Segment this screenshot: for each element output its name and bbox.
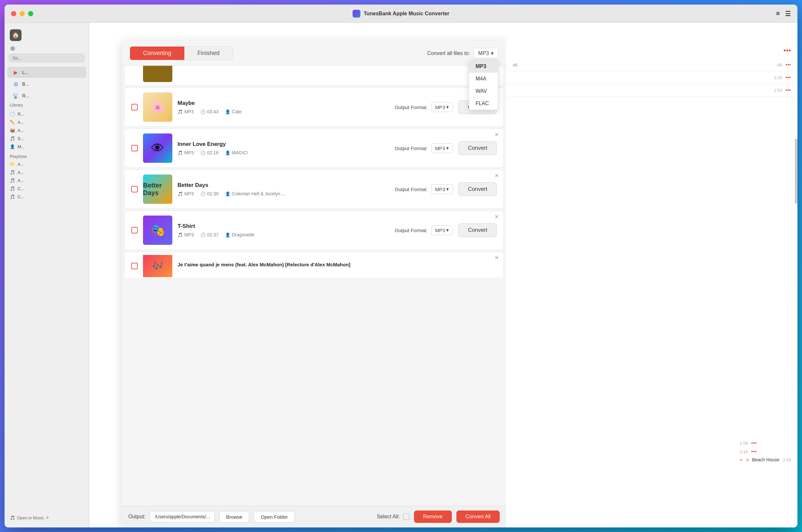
maximize-button[interactable] <box>28 11 33 16</box>
sidebar-playlist-1[interactable]: 📁 A... <box>4 160 89 168</box>
menu-icon[interactable]: ☰ <box>785 10 791 18</box>
inner-love-format-select[interactable]: MP3 ▾ <box>431 143 453 153</box>
inner-love-thumbnail: 👁 <box>143 133 172 163</box>
sidebar-item-artworks[interactable]: 📦 A... <box>4 126 89 134</box>
open-in-music[interactable]: 🎵 Open in Music ↗ <box>4 512 89 524</box>
sidebar-item-recent[interactable]: 🕐 R... <box>4 110 89 118</box>
playlist-5-icon: 🎵 <box>10 194 15 199</box>
sidebar-item-label: R... <box>22 93 29 98</box>
better-days-checkbox[interactable] <box>131 186 138 192</box>
song-row-tshirt: ✕ 🎭 T-Shirt 🎵 MP3 <box>125 211 504 250</box>
library-section-label: Library <box>4 101 89 109</box>
convert-all-button[interactable]: Convert All <box>456 511 500 523</box>
clock-icon: 🕐 <box>200 109 206 114</box>
sidebar-playlist-2[interactable]: 🎵 A... <box>4 168 89 176</box>
traffic-lights <box>11 11 33 16</box>
clock-icon-2: 🕐 <box>200 150 206 155</box>
tshirt-meta: 🎵 MP3 🕐 02:37 👤 Drago <box>178 232 390 238</box>
song-list: 🌸 Maybe 🎵 MP3 🕐 <box>122 66 506 506</box>
better-days-convert-button[interactable]: Convert <box>458 182 497 196</box>
maybe-output-format: Output Format: MP3 ▾ <box>395 102 453 112</box>
scrollbar-thumb[interactable] <box>795 139 798 204</box>
remove-button[interactable]: Remove <box>414 511 452 523</box>
song-row-partial-top <box>125 66 504 86</box>
better-days-close-button[interactable]: ✕ <box>495 173 499 178</box>
sidebar-playlist-4[interactable]: 🎵 C... <box>4 185 89 193</box>
maybe-info: Maybe 🎵 MP3 🕐 03:43 <box>178 100 390 114</box>
output-label: Output: <box>128 514 145 520</box>
row-time-1: :48 <box>776 62 782 68</box>
browse-button[interactable]: Browse <box>219 511 249 522</box>
close-button[interactable] <box>11 11 16 16</box>
sidebar-playlist-3[interactable]: 🎵 A... <box>4 176 89 185</box>
tshirt-close-button[interactable]: ✕ <box>495 214 499 220</box>
sidebar-item-radio[interactable]: 📡 R... <box>7 90 86 101</box>
row-dots-3[interactable]: ••• <box>785 87 791 93</box>
better-days-meta: 🎵 MP3 🕐 02:30 👤 Colem <box>178 191 390 196</box>
library-row-1: 48 :48 ••• <box>506 59 798 71</box>
format-option-wav[interactable]: WAV <box>469 85 498 97</box>
song-row-maybe: 🌸 Maybe 🎵 MP3 🕐 <box>125 88 504 127</box>
songs-icon: 🎵 <box>10 136 15 141</box>
playlist-4-icon: 🎵 <box>10 186 15 191</box>
tshirt-checkbox[interactable] <box>131 227 138 233</box>
format-option-m4a[interactable]: M4A <box>469 73 498 85</box>
maybe-checkbox[interactable] <box>131 104 138 110</box>
format-option-flac[interactable]: FLAC <box>469 97 498 110</box>
row-dots-2[interactable]: ••• <box>785 75 791 80</box>
tshirt-output-format: Output Format: MP3 ▾ <box>395 225 453 235</box>
sidebar-item-recently-added[interactable]: ▶ L... <box>7 67 86 78</box>
sidebar-item-made-for-you[interactable]: 👤 M... <box>4 142 89 151</box>
partial-close-button[interactable]: ✕ <box>495 255 499 261</box>
convert-all-format: Convert all files to: MP3 ▾ MP3 M4A WAV … <box>427 48 498 59</box>
more-options-icon[interactable]: ••• <box>783 46 791 55</box>
open-folder-button[interactable]: Open Folder <box>254 511 295 522</box>
row-time-3: 2:53 <box>774 88 782 93</box>
bottom-dots-1[interactable]: ••• <box>751 440 757 446</box>
minimize-button[interactable] <box>20 11 25 16</box>
inner-love-close-button[interactable]: ✕ <box>495 132 499 137</box>
window-title: TunesBank Apple Music Converter <box>363 11 449 17</box>
library-background: ••• 48 :48 ••• 2:29 ••• <box>506 41 798 528</box>
bottom-dots-2[interactable]: ••• <box>751 449 757 455</box>
home-icon[interactable]: 🏠 <box>10 29 21 41</box>
maybe-format: 🎵 MP3 <box>178 109 194 114</box>
made-for-you-icon: 👤 <box>10 144 15 149</box>
format-option-mp3[interactable]: MP3 <box>469 60 498 73</box>
dropdown-chevron-icon: ▾ <box>491 50 493 56</box>
sidebar-playlist-5[interactable]: 🎵 C... <box>4 193 89 201</box>
music-icon-4: 🎵 <box>178 232 183 238</box>
row-dots-1[interactable]: ••• <box>785 62 791 68</box>
sidebar-item-albums[interactable]: ✏️ A... <box>4 118 89 126</box>
playlist-icon[interactable]: ≡ <box>776 10 780 18</box>
person-icon-4: 👤 <box>225 232 230 238</box>
tshirt-format-select[interactable]: MP3 ▾ <box>431 225 453 235</box>
song-row-inner-love: ✕ 👁 Inner Love Energy 🎵 MP3 <box>125 129 504 168</box>
output-format-label-2: Output Format: <box>395 146 428 151</box>
inner-love-convert-button[interactable]: Convert <box>458 141 497 155</box>
converter-panel: Converting Finished Convert all files to… <box>122 41 506 528</box>
better-days-format-select[interactable]: MP3 ▾ <box>431 184 453 194</box>
inner-love-output-format: Output Format: MP3 ▾ <box>395 143 453 153</box>
maybe-format-select[interactable]: MP3 ▾ <box>431 102 453 112</box>
inner-love-checkbox[interactable] <box>131 145 138 151</box>
song-row-partial-bottom: ✕ 🎶 Je t'aime quand je mens (feat. Alex … <box>125 252 504 278</box>
sidebar-item-songs-sub[interactable]: 🎵 S... <box>4 134 89 142</box>
person-icon: 👤 <box>225 109 230 114</box>
sidebar-item-browse[interactable]: ⊞ B... <box>7 78 86 90</box>
format-chevron-icon-4: ▾ <box>446 227 449 233</box>
tshirt-convert-button[interactable]: Convert <box>458 223 497 237</box>
format-select-button[interactable]: MP3 ▾ MP3 M4A WAV FLAC <box>473 48 498 59</box>
converting-tab[interactable]: Converting <box>130 46 184 60</box>
partial-checkbox[interactable] <box>131 263 138 269</box>
select-all-checkbox[interactable] <box>403 513 409 520</box>
tshirt-info: T-Shirt 🎵 MP3 🕐 02:37 <box>178 223 390 238</box>
open-in-music-label: Open in Music ↗ <box>17 515 49 520</box>
search-input[interactable] <box>8 53 85 62</box>
converter-overlay: Converting Finished Convert all files to… <box>89 41 798 528</box>
format-chevron-icon-3: ▾ <box>446 186 449 192</box>
bottom-time-1: 2:59 <box>740 441 748 446</box>
title-bar-center: 🎵 TunesBank Apple Music Converter <box>352 10 449 18</box>
better-days-title: Better Days <box>178 182 390 189</box>
finished-tab[interactable]: Finished <box>184 46 232 60</box>
